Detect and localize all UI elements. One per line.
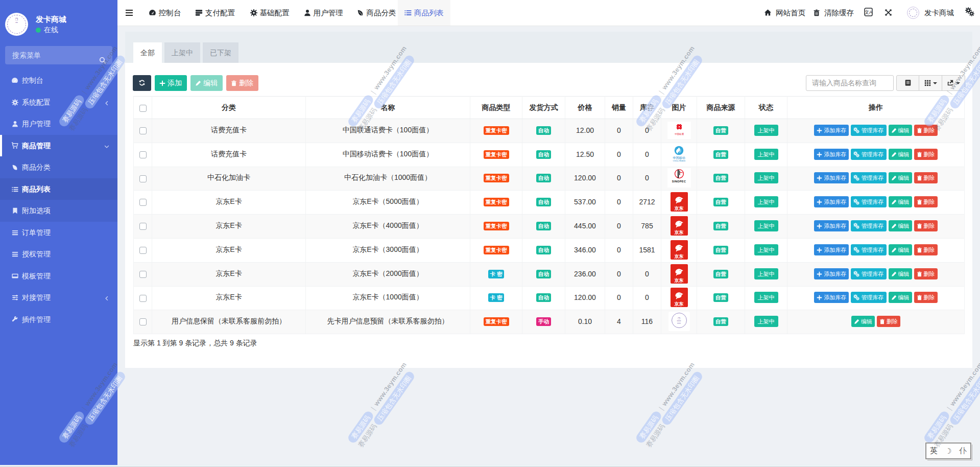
svg-text:文A: 文A [865,9,873,15]
